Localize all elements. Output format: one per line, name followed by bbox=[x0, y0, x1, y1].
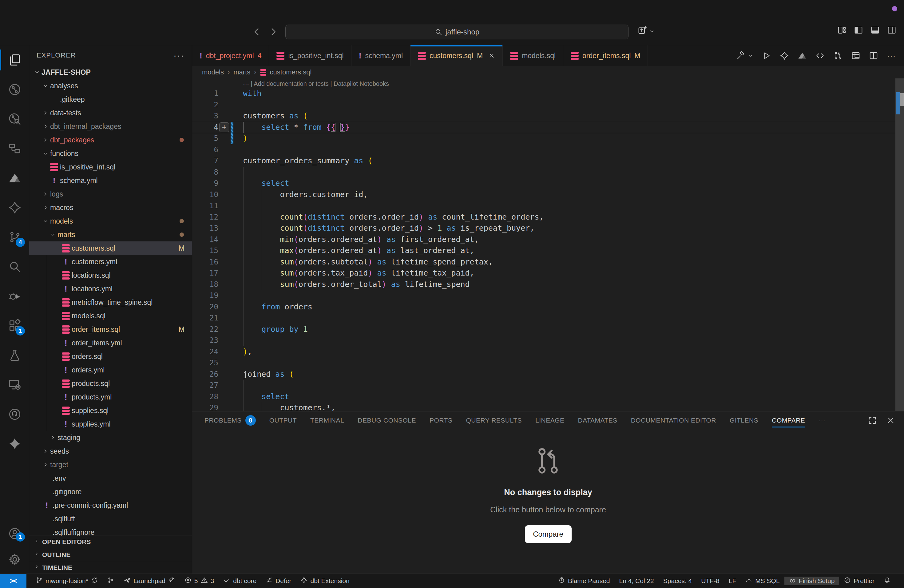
cursor-position[interactable]: Ln 4, Col 22 bbox=[615, 577, 659, 585]
tab-is_positive_int.sql[interactable]: is_positive_int.sql bbox=[269, 45, 351, 66]
close-icon[interactable] bbox=[488, 52, 495, 59]
customize-layout-icon[interactable] bbox=[837, 25, 847, 35]
panel-tab-gitlens[interactable]: GITLENS bbox=[723, 411, 765, 429]
activity-source-control[interactable]: 4 bbox=[0, 222, 29, 252]
panel-tab-output[interactable]: OUTPUT bbox=[262, 411, 303, 429]
tab-order_items.sql[interactable]: order_items.sqlM bbox=[563, 45, 648, 66]
forward-arrow-icon[interactable] bbox=[268, 27, 278, 37]
toggle-sidebar-icon[interactable] bbox=[853, 25, 863, 35]
more-actions-button[interactable]: ··· bbox=[887, 51, 896, 60]
tree-item-locations.sql[interactable]: locations.sql bbox=[29, 269, 192, 282]
tab-schema.yml[interactable]: !schema.yml bbox=[351, 45, 411, 66]
activity-dbt-extension[interactable] bbox=[0, 193, 29, 222]
panel-tab-ports[interactable]: PORTS bbox=[423, 411, 459, 429]
panel-tab-datamates[interactable]: DATAMATES bbox=[571, 411, 624, 429]
finish-setup[interactable]: Finish Setup bbox=[784, 577, 839, 585]
tree-item-functions[interactable]: functions bbox=[29, 147, 192, 160]
tree-item-.sqlfluff[interactable]: .sqlfluff bbox=[29, 512, 192, 526]
tree-item-models.sql[interactable]: models.sql bbox=[29, 309, 192, 322]
encoding[interactable]: UTF-8 bbox=[697, 577, 724, 585]
back-arrow-icon[interactable] bbox=[251, 27, 262, 37]
breadcrumb-item[interactable]: customers.sql bbox=[270, 68, 312, 76]
tree-item-dbt_packages[interactable]: dbt_packages bbox=[29, 133, 192, 147]
defer-status[interactable]: Defer bbox=[266, 574, 291, 588]
tree-item-supplies.yml[interactable]: !supplies.yml bbox=[29, 417, 192, 431]
tree-item-.pre-commit-config.yaml[interactable]: !.pre-commit-config.yaml bbox=[29, 498, 192, 512]
activity-dbt-alt[interactable] bbox=[0, 429, 29, 458]
indentation[interactable]: Spaces: 4 bbox=[659, 577, 697, 585]
tree-item-analyses[interactable]: analyses bbox=[29, 79, 192, 93]
split-editor-button[interactable] bbox=[869, 51, 878, 60]
launchpad-status[interactable]: Launchpad bbox=[123, 574, 175, 588]
activity-search[interactable] bbox=[0, 252, 29, 281]
tree-item-models[interactable]: models bbox=[29, 214, 192, 228]
activity-lineage-view[interactable] bbox=[0, 134, 29, 163]
panel-tab-compare[interactable]: COMPARE bbox=[765, 411, 812, 429]
dbt-extension-status[interactable]: dbt Extension bbox=[300, 574, 349, 588]
eol[interactable]: LF bbox=[724, 577, 741, 585]
close-panel-icon[interactable] bbox=[886, 416, 895, 425]
language-mode[interactable]: MS SQL bbox=[741, 577, 784, 585]
breadcrumb-item[interactable]: models bbox=[202, 68, 224, 76]
tab-customers.sql[interactable]: customers.sqlM bbox=[411, 45, 503, 66]
tree-item-jaffle-shop[interactable]: JAFFLE-SHOP bbox=[29, 65, 192, 79]
query-results-button[interactable] bbox=[851, 51, 860, 60]
activity-extensions[interactable]: 1 bbox=[0, 311, 29, 340]
git-branch-status[interactable]: mwong-fusion* bbox=[36, 574, 98, 588]
dbt-core-status[interactable]: dbt core bbox=[223, 574, 256, 588]
tree-item-locations.yml[interactable]: !locations.yml bbox=[29, 282, 192, 296]
compiled-code-button[interactable] bbox=[815, 51, 825, 60]
tree-item-order_items.yml[interactable]: !order_items.yml bbox=[29, 336, 192, 350]
activity-settings[interactable] bbox=[0, 547, 29, 572]
chevron-down-icon[interactable] bbox=[748, 51, 753, 60]
panel-tab-terminal[interactable]: TERMINAL bbox=[303, 411, 351, 429]
remote-indicator[interactable]: >< bbox=[0, 574, 27, 588]
toggle-secondary-sidebar-icon[interactable] bbox=[887, 25, 897, 35]
activity-remote-explorer[interactable] bbox=[0, 370, 29, 400]
tree-item-data-tests[interactable]: data-tests bbox=[29, 106, 192, 120]
problems-status[interactable]: 53 bbox=[185, 574, 214, 588]
tab-dbt_project.yml[interactable]: !dbt_project.yml4 bbox=[192, 45, 269, 66]
tree-item-orders.sql[interactable]: orders.sql bbox=[29, 350, 192, 363]
tree-item-metricflow_time_spine.sql[interactable]: metricflow_time_spine.sql bbox=[29, 296, 192, 309]
toggle-panel-icon[interactable] bbox=[870, 25, 880, 35]
panel-tab-lineage[interactable]: LINEAGE bbox=[529, 411, 571, 429]
tree-item-.env[interactable]: .env bbox=[29, 471, 192, 485]
tree-item-customers.yml[interactable]: !customers.yml bbox=[29, 255, 192, 269]
panel-tab-query-results[interactable]: QUERY RESULTS bbox=[459, 411, 529, 429]
prettier-status[interactable]: Prettier bbox=[839, 577, 879, 585]
tree-item-orders.yml[interactable]: !orders.yml bbox=[29, 363, 192, 377]
code-editor[interactable]: ··· | Add documentation or tests | Datap… bbox=[192, 78, 904, 411]
tree-item-target[interactable]: target bbox=[29, 458, 192, 471]
panel-tab-problems[interactable]: PROBLEMS8 bbox=[198, 411, 262, 429]
dbt-action-button[interactable] bbox=[780, 51, 789, 60]
command-center-search[interactable]: jaffle-shop bbox=[285, 25, 629, 40]
tree-item-.gitkeep[interactable]: .gitkeep bbox=[29, 93, 192, 106]
tree-item-logs[interactable]: logs bbox=[29, 187, 192, 201]
compare-button[interactable]: Compare bbox=[525, 525, 572, 543]
activity-dbt-query-history[interactable] bbox=[0, 104, 29, 134]
tree-item-schema.yml[interactable]: !schema.yml bbox=[29, 174, 192, 187]
tree-item-products.yml[interactable]: !products.yml bbox=[29, 390, 192, 404]
codelens-actions[interactable]: ··· | Add documentation or tests | Datap… bbox=[243, 80, 389, 87]
blame-status[interactable]: Blame Paused bbox=[553, 577, 615, 585]
panel-tab-debug-console[interactable]: DEBUG CONSOLE bbox=[351, 411, 423, 429]
notifications-bell[interactable] bbox=[879, 577, 895, 585]
panel-tab-documentation-editor[interactable]: DOCUMENTATION EDITOR bbox=[624, 411, 723, 429]
breadcrumb-item[interactable]: marts bbox=[233, 68, 250, 76]
datapilot-button[interactable] bbox=[798, 51, 807, 60]
tree-item-staging[interactable]: staging bbox=[29, 431, 192, 444]
tree-item-customers.sql[interactable]: customers.sqlM bbox=[29, 242, 192, 255]
editor-scrollbar[interactable] bbox=[895, 78, 904, 411]
section-open-editors[interactable]: OPEN EDITORS bbox=[29, 535, 192, 548]
section-timeline[interactable]: TIMELINE bbox=[29, 561, 192, 574]
section-outline[interactable]: OUTLINE bbox=[29, 548, 192, 561]
tree-item-dbt_internal_packages[interactable]: dbt_internal_packages bbox=[29, 120, 192, 133]
tree-item-macros[interactable]: macros bbox=[29, 201, 192, 214]
tree-item-is_positive_int.sql[interactable]: is_positive_int.sql bbox=[29, 160, 192, 174]
run-query-button[interactable] bbox=[762, 51, 771, 60]
tree-item-.gitignore[interactable]: .gitignore bbox=[29, 485, 192, 498]
activity-dbt-power-user[interactable] bbox=[0, 75, 29, 104]
dbt-build-button[interactable] bbox=[736, 51, 745, 60]
activity-accounts[interactable]: 1 bbox=[0, 521, 29, 547]
